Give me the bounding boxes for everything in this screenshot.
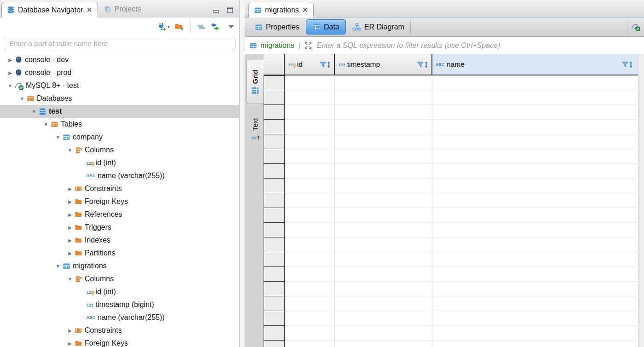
cell-timestamp[interactable] (335, 237, 432, 252)
expand-arrow-icon[interactable]: ▼ (41, 122, 51, 127)
expand-arrow-icon[interactable]: ▼ (17, 96, 27, 101)
row-header-cell[interactable] (264, 341, 285, 347)
cell-id[interactable] (285, 282, 335, 296)
row-header-cell[interactable] (264, 149, 285, 164)
row-header-cell[interactable] (264, 105, 285, 120)
expand-arrow-icon[interactable]: ▼ (53, 264, 63, 269)
close-icon[interactable]: ✕ (86, 6, 92, 14)
expand-arrow-icon[interactable]: ▼ (65, 277, 75, 282)
cell-name[interactable] (432, 134, 638, 149)
cell-timestamp[interactable] (335, 223, 432, 237)
cell-name[interactable] (432, 311, 638, 326)
cell-name[interactable] (432, 223, 638, 237)
row-header-cell[interactable] (264, 179, 285, 193)
cell-timestamp[interactable] (335, 179, 432, 193)
tree-item-test[interactable]: ▼test (0, 105, 239, 118)
tree-item-migrations[interactable]: ▼migrations (0, 260, 239, 272)
cell-name[interactable] (432, 237, 638, 252)
row-header-cell[interactable] (264, 326, 285, 341)
cell-id[interactable] (285, 193, 335, 208)
expand-arrow-icon[interactable]: ▶ (6, 58, 15, 63)
link-with-editor-button[interactable] (210, 23, 220, 30)
minimize-icon[interactable] (213, 7, 220, 13)
cell-timestamp[interactable] (335, 90, 432, 105)
tab-properties[interactable]: Properties (249, 17, 305, 37)
cell-name[interactable] (432, 149, 638, 164)
row-header-cell[interactable] (264, 237, 285, 252)
cell-id[interactable] (285, 75, 335, 90)
tree-item-constraints[interactable]: ▶Constraints (0, 182, 239, 195)
cell-name[interactable] (432, 296, 638, 311)
cell-id[interactable] (285, 267, 335, 282)
cell-name[interactable] (432, 120, 638, 134)
column-header-name[interactable]: ABCname (432, 54, 638, 75)
sql-filter-input[interactable]: Enter a SQL expression to filter results… (317, 41, 640, 50)
cell-timestamp[interactable] (335, 120, 432, 134)
row-header-cell[interactable] (264, 164, 285, 179)
row-header-cell[interactable] (264, 75, 285, 90)
row-header-cell[interactable] (264, 120, 285, 134)
row-header-cell[interactable] (264, 282, 285, 296)
expand-arrow-icon[interactable]: ▼ (6, 83, 15, 88)
cell-id[interactable] (285, 223, 335, 237)
row-header-cell[interactable] (264, 223, 285, 237)
row-header-cell[interactable] (264, 90, 285, 105)
cell-id[interactable] (285, 341, 335, 347)
filter-sort-button[interactable] (622, 61, 633, 68)
row-header-cell[interactable] (264, 267, 285, 282)
row-header-cell[interactable] (264, 193, 285, 208)
cell-name[interactable] (432, 282, 638, 296)
tree-item-columns[interactable]: ▼Columns (0, 272, 239, 285)
expand-arrow-icon[interactable]: ▼ (53, 135, 63, 140)
tree-item-mysql-8-test[interactable]: ▼MySQL 8+ - test (0, 79, 239, 92)
cell-name[interactable] (432, 179, 638, 193)
cell-id[interactable] (285, 179, 335, 193)
cell-id[interactable] (285, 149, 335, 164)
tree-item-foreign-keys[interactable]: ▶Foreign Keys (0, 337, 239, 347)
expand-arrow-icon[interactable]: ▼ (29, 109, 39, 114)
cell-id[interactable] (285, 296, 335, 311)
tree-item-constraints[interactable]: ▶Constraints (0, 324, 239, 337)
expand-arrow-icon[interactable]: ▶ (65, 225, 75, 230)
cell-timestamp[interactable] (335, 282, 432, 296)
tree-item-columns[interactable]: ▼Columns (0, 144, 239, 156)
search-input[interactable] (4, 37, 236, 50)
collapse-all-button[interactable] (197, 23, 205, 30)
cell-id[interactable] (285, 237, 335, 252)
cell-name[interactable] (432, 341, 638, 347)
expand-arrow-icon[interactable]: ▶ (65, 341, 75, 346)
cell-timestamp[interactable] (335, 296, 432, 311)
close-icon[interactable]: ✕ (302, 6, 308, 14)
cell-timestamp[interactable] (335, 134, 432, 149)
cell-timestamp[interactable] (335, 252, 432, 267)
cell-timestamp[interactable] (335, 75, 432, 90)
cell-id[interactable] (285, 120, 335, 134)
tab-migrations-editor[interactable]: migrations ✕ (248, 2, 314, 17)
cell-name[interactable] (432, 267, 638, 282)
tab-projects[interactable]: Projects (98, 1, 147, 17)
expand-arrow-icon[interactable]: ▶ (65, 328, 75, 333)
expand-arrow-icon[interactable]: ▶ (65, 251, 75, 256)
tree-item-triggers[interactable]: ▶Triggers (0, 221, 239, 234)
cell-name[interactable] (432, 90, 638, 105)
tree-item-foreign-keys[interactable]: ▶Foreign Keys (0, 195, 239, 208)
expand-arrow-icon[interactable]: ▶ (65, 238, 75, 243)
column-header-timestamp[interactable]: 123timestamp (335, 54, 432, 75)
tree-item-references[interactable]: ▶References (0, 208, 239, 221)
cell-id[interactable] (285, 208, 335, 223)
expand-arrow-icon[interactable]: ▶ (65, 212, 75, 217)
expand-arrow-icon[interactable]: ▼ (65, 148, 75, 153)
cell-name[interactable] (432, 105, 638, 120)
cell-timestamp[interactable] (335, 164, 432, 179)
tab-er-diagram[interactable]: ER Diagram (346, 17, 410, 37)
row-header-cell[interactable] (264, 134, 285, 149)
maximize-icon[interactable] (226, 7, 234, 13)
cell-id[interactable] (285, 311, 335, 326)
new-folder-button[interactable] (175, 23, 184, 31)
new-connection-button[interactable]: ▾ (157, 23, 170, 31)
cell-name[interactable] (432, 326, 638, 341)
cell-timestamp[interactable] (335, 311, 432, 326)
tree-item-tables[interactable]: ▼Tables (0, 118, 239, 131)
cell-id[interactable] (285, 326, 335, 341)
tree-item-partitions[interactable]: ▶Partitions (0, 247, 239, 260)
